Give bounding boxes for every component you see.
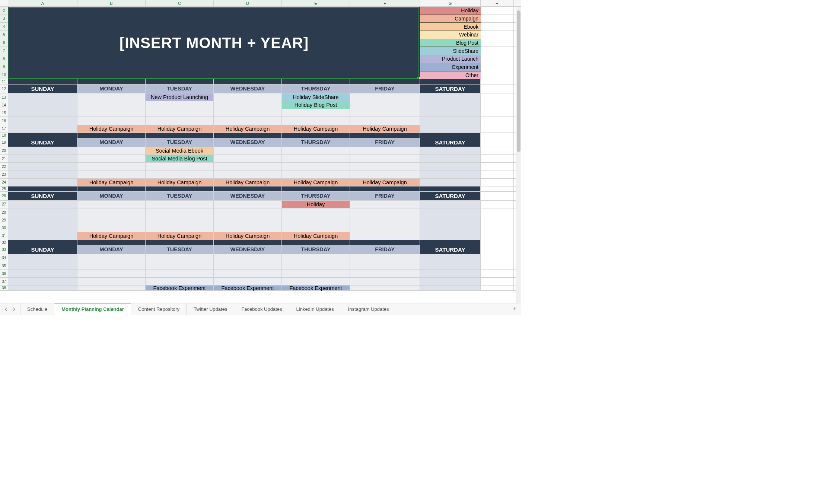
sheet-tab-linkedin-updates[interactable]: LinkedIn Updates — [289, 303, 341, 315]
cell-blank[interactable] — [214, 254, 282, 262]
day-header-monday[interactable]: MONDAY — [77, 84, 146, 93]
cell-blank[interactable] — [77, 262, 146, 269]
cell-blank[interactable] — [8, 224, 77, 232]
cell-blank[interactable] — [282, 270, 350, 277]
row-number-18[interactable]: 18 — [0, 133, 8, 138]
cell-blank[interactable] — [282, 155, 350, 162]
row-number-14[interactable]: 14 — [0, 101, 8, 109]
cells-area[interactable]: [INSERT MONTH + YEAR] HolidayCampaignEbo… — [8, 7, 521, 303]
cell-blank[interactable] — [214, 208, 282, 216]
cell-blank[interactable] — [146, 101, 214, 109]
cell-blank[interactable] — [420, 117, 481, 124]
row-number-6[interactable]: 6 — [0, 39, 8, 47]
event-social-media-ebook[interactable]: Social Media Ebook — [146, 147, 214, 154]
cell-blank[interactable] — [8, 278, 77, 285]
cell-blank[interactable] — [214, 201, 282, 208]
row-number-23[interactable]: 23 — [0, 170, 8, 178]
event-facebook-experiment[interactable]: Facebook Experiment — [146, 286, 214, 290]
legend-item-experiment[interactable]: Experiment — [420, 63, 481, 71]
cell-blank[interactable] — [282, 278, 350, 285]
cell-blank[interactable] — [77, 254, 146, 262]
column-header-F[interactable]: F — [350, 0, 420, 6]
cell-blank[interactable] — [77, 286, 146, 290]
cell-blank[interactable] — [8, 147, 77, 154]
cell-blank[interactable] — [420, 93, 481, 101]
day-header-thursday[interactable]: THURSDAY — [282, 192, 350, 200]
sheet-tab-monthly-planning-calendar[interactable]: Monthly Planning Calendar — [54, 303, 131, 315]
event-holiday-campaign[interactable]: Holiday Campaign — [146, 125, 214, 133]
cell-blank[interactable] — [350, 155, 420, 162]
row-number-10[interactable]: 10 — [0, 71, 8, 79]
cell-blank[interactable] — [350, 93, 420, 101]
row-number-17[interactable]: 17 — [0, 125, 8, 133]
select-all-corner[interactable] — [0, 0, 8, 6]
cell-blank[interactable] — [146, 270, 214, 277]
cell-blank[interactable] — [214, 270, 282, 277]
row-number-25[interactable]: 25 — [0, 186, 8, 192]
cell-blank[interactable] — [214, 117, 282, 124]
sheet-nav-prev[interactable] — [2, 306, 10, 313]
row-number-12[interactable]: 12 — [0, 84, 8, 93]
column-header-C[interactable]: C — [146, 0, 214, 6]
cell-blank[interactable] — [350, 201, 420, 208]
cell-blank[interactable] — [420, 125, 481, 133]
row-number-38[interactable]: 38 — [0, 286, 8, 291]
event-facebook-experiment[interactable]: Facebook Experiment — [214, 286, 282, 290]
cell-blank[interactable] — [8, 155, 77, 162]
event-holiday-campaign[interactable]: Holiday Campaign — [214, 179, 282, 186]
cell-blank[interactable] — [420, 163, 481, 170]
cell-blank[interactable] — [214, 216, 282, 224]
day-header-tuesday[interactable]: TUESDAY — [146, 192, 214, 200]
cell-H3[interactable] — [481, 15, 514, 23]
legend-item-other[interactable]: Other — [420, 71, 481, 80]
cell-blank[interactable] — [146, 117, 214, 124]
cell-blank[interactable] — [214, 93, 282, 101]
legend-item-blog-post[interactable]: Blog Post — [420, 39, 481, 47]
cell-blank[interactable] — [8, 232, 77, 240]
cell-blank[interactable] — [282, 254, 350, 262]
sheet-tab-twitter-updates[interactable]: Twitter Updates — [187, 303, 234, 315]
cell-blank[interactable] — [8, 109, 77, 117]
row-number-30[interactable]: 30 — [0, 224, 8, 232]
cell-blank[interactable] — [214, 109, 282, 117]
legend-item-ebook[interactable]: Ebook — [420, 23, 481, 31]
legend-item-holiday[interactable]: Holiday — [420, 7, 481, 15]
day-header-friday[interactable]: FRIDAY — [350, 84, 420, 93]
vertical-scrollbar-thumb[interactable] — [517, 10, 521, 152]
event-holiday-campaign[interactable]: Holiday Campaign — [77, 232, 146, 240]
cell-blank[interactable] — [350, 262, 420, 269]
cell-blank[interactable] — [350, 117, 420, 124]
cell-blank[interactable] — [8, 93, 77, 101]
day-header-saturday[interactable]: SATURDAY — [420, 138, 481, 147]
cell-blank[interactable] — [420, 155, 481, 162]
row-number-24[interactable]: 24 — [0, 179, 8, 186]
cell-blank[interactable] — [282, 147, 350, 154]
row-number-8[interactable]: 8 — [0, 55, 8, 63]
sheet-tab-schedule[interactable]: Schedule — [20, 303, 54, 315]
cell-H2[interactable] — [481, 7, 514, 15]
event-holiday-campaign[interactable]: Holiday Campaign — [282, 125, 350, 133]
cell-blank[interactable] — [8, 216, 77, 224]
column-header-A[interactable]: A — [8, 0, 77, 6]
cell-blank[interactable] — [420, 109, 481, 117]
cell-blank[interactable] — [350, 208, 420, 216]
event-holiday-campaign[interactable]: Holiday Campaign — [146, 179, 214, 186]
cell-blank[interactable] — [146, 278, 214, 285]
cell-H6[interactable] — [481, 39, 514, 47]
cell-blank[interactable] — [77, 224, 146, 232]
selection-fill-handle[interactable] — [417, 77, 420, 79]
cell-blank[interactable] — [420, 216, 481, 224]
day-header-friday[interactable]: FRIDAY — [350, 192, 420, 200]
sheet-tab-content-repository[interactable]: Content Repository — [131, 303, 187, 315]
event-holiday-campaign[interactable]: Holiday Campaign — [77, 179, 146, 186]
legend-item-product-launch[interactable]: Product Launch — [420, 55, 481, 63]
cell-H5[interactable] — [481, 31, 514, 39]
column-header-E[interactable]: E — [282, 0, 350, 6]
cell-H7[interactable] — [481, 47, 514, 55]
legend-item-campaign[interactable]: Campaign — [420, 15, 481, 23]
event-holiday-campaign[interactable]: Holiday Campaign — [350, 125, 420, 133]
cell-blank[interactable] — [146, 208, 214, 216]
day-header-wednesday[interactable]: WEDNESDAY — [214, 192, 282, 200]
day-header-tuesday[interactable]: TUESDAY — [146, 84, 214, 93]
cell-blank[interactable] — [420, 232, 481, 240]
